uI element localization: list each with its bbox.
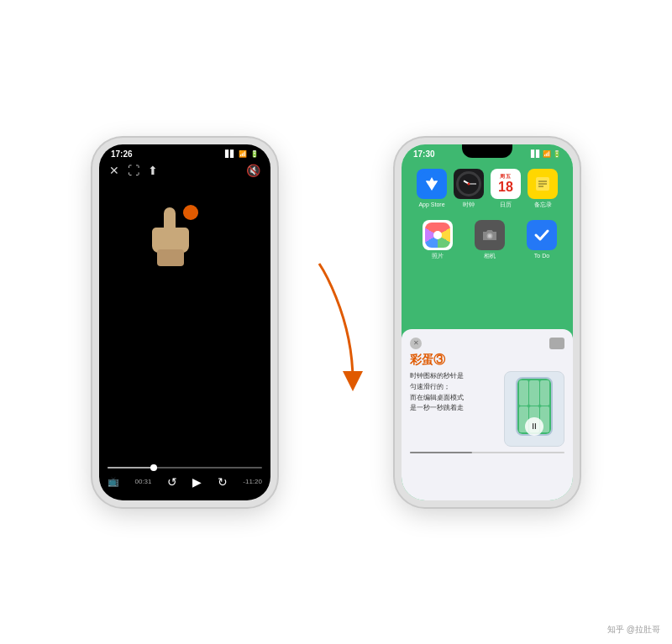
notes-label: 备忘录 — [534, 202, 552, 208]
todo-label: To Do — [534, 253, 549, 259]
popup-body: 时钟图标的秒针是 匀速滑行的； 而在编辑桌面模式 是一秒一秒跳着走 — [410, 371, 564, 447]
right-notch — [462, 144, 512, 158]
app-row-2: 照片 相机 — [413, 220, 561, 259]
right-screen: 17:30 ▋▋ 📶 🔋 — [402, 144, 573, 500]
popup-header: ✕ — [410, 338, 564, 349]
rewind-icon[interactable]: ↺ — [167, 475, 177, 489]
popup-close-icon: ✕ — [413, 339, 419, 347]
main-container: 17:26 ▋▋ 📶 🔋 ✕ ⛶ ⬆ 🔇 — [0, 0, 672, 644]
svg-rect-4 — [157, 249, 184, 266]
popup-play-button[interactable]: ⏸ — [525, 417, 543, 436]
photos-icon — [423, 220, 453, 250]
time-elapsed: 00:31 — [134, 478, 151, 485]
svg-rect-2 — [152, 228, 162, 246]
clock-icon — [454, 169, 484, 199]
left-screen: 17:26 ▋▋ 📶 🔋 ✕ ⛶ ⬆ 🔇 — [99, 144, 270, 500]
progress-filled — [108, 467, 154, 469]
upload-icon[interactable]: ⬆ — [148, 164, 158, 177]
popup-progress-fill — [410, 452, 472, 453]
calendar-day: 18 — [498, 181, 513, 194]
video-controls: 📺 00:31 ↺ ▶ ↻ -11:20 — [99, 460, 270, 500]
camera-label: 相机 — [484, 253, 496, 259]
airplay-icon[interactable]: 📺 — [108, 476, 119, 487]
progress-bar[interactable] — [108, 467, 262, 469]
photos-gradient — [425, 223, 450, 248]
popup-line4: 是一秒一秒跳着走 — [410, 404, 464, 411]
video-control-row: 📺 00:31 ↺ ▶ ↻ -11:20 — [108, 475, 262, 489]
right-signal: ▋▋ 📶 🔋 — [531, 150, 561, 158]
todo-icon — [527, 220, 557, 250]
svg-point-11 — [488, 234, 491, 238]
watermark: 知乎 @拉肚哥 — [607, 624, 660, 636]
camera-icon — [475, 220, 505, 250]
app-item-camera[interactable]: 相机 — [470, 220, 509, 259]
popup-line1: 时钟图标的秒针是 — [410, 372, 464, 380]
app-item-photos[interactable]: 照片 — [418, 220, 457, 259]
calendar-label: 日历 — [500, 202, 512, 208]
popup-video-thumbnail[interactable]: ⏸ — [504, 371, 564, 447]
app-item-calendar[interactable]: 周五 18 日历 — [487, 169, 524, 208]
app-item-notes[interactable]: 备忘录 — [524, 169, 561, 208]
calendar-icon: 周五 18 — [491, 169, 521, 199]
mute-icon[interactable]: 🔇 — [246, 164, 260, 177]
thumb-cell-1 — [519, 380, 528, 406]
time-remaining: -11:20 — [243, 478, 262, 485]
clock-center-dot — [468, 182, 470, 185]
toolbar-left-group: ✕ ⛶ ⬆ — [109, 164, 158, 177]
close-icon[interactable]: ✕ — [109, 164, 119, 177]
arrow-svg — [302, 247, 370, 398]
clock-label: 时钟 — [463, 202, 475, 208]
photos-label: 照片 — [432, 253, 444, 259]
appstore-label: App Store — [418, 202, 444, 208]
appstore-icon — [417, 169, 447, 199]
hand-tap-icon — [141, 203, 200, 282]
right-time: 17:30 — [413, 149, 435, 159]
popup-progress-bar[interactable] — [410, 452, 564, 453]
popup-expand-icon[interactable] — [549, 338, 564, 349]
thumb-cell-3 — [540, 380, 549, 406]
left-phone: 17:26 ▋▋ 📶 🔋 ✕ ⛶ ⬆ 🔇 — [92, 138, 277, 507]
app-item-appstore[interactable]: App Store — [413, 169, 450, 208]
notes-icon — [528, 169, 558, 199]
resize-icon[interactable]: ⛶ — [128, 164, 139, 177]
left-time: 17:26 — [111, 149, 133, 159]
left-signal: ▋▋ 📶 🔋 — [225, 150, 259, 158]
popup-text: 时钟图标的秒针是 匀速滑行的； 而在编辑桌面模式 是一秒一秒跳着走 — [410, 371, 497, 447]
play-button[interactable]: ▶ — [192, 475, 202, 489]
app-item-todo[interactable]: To Do — [522, 220, 561, 259]
left-toolbar: ✕ ⛶ ⬆ 🔇 — [99, 160, 270, 181]
clock-face — [456, 171, 481, 196]
arrow-area — [302, 247, 370, 398]
forward-icon[interactable]: ↻ — [218, 475, 228, 489]
left-notch — [160, 144, 210, 158]
popup-overlay: ✕ 彩蛋③ 时钟图标的秒针是 匀速滑行的； 而在编辑桌面模式 是一秒一秒跳着走 — [402, 329, 573, 500]
right-phone: 17:30 ▋▋ 📶 🔋 — [395, 138, 580, 507]
popup-title: 彩蛋③ — [410, 353, 564, 368]
popup-close-button[interactable]: ✕ — [410, 338, 422, 349]
progress-dot — [150, 464, 157, 471]
app-row-1: App Store 时钟 — [413, 169, 561, 208]
svg-rect-3 — [177, 228, 189, 246]
app-item-clock[interactable]: 时钟 — [450, 169, 487, 208]
popup-line2: 匀速滑行的； — [410, 383, 450, 390]
photos-center — [433, 231, 442, 239]
popup-line3: 而在编辑桌面模式 — [410, 394, 464, 401]
thumb-cell-2 — [529, 380, 538, 406]
